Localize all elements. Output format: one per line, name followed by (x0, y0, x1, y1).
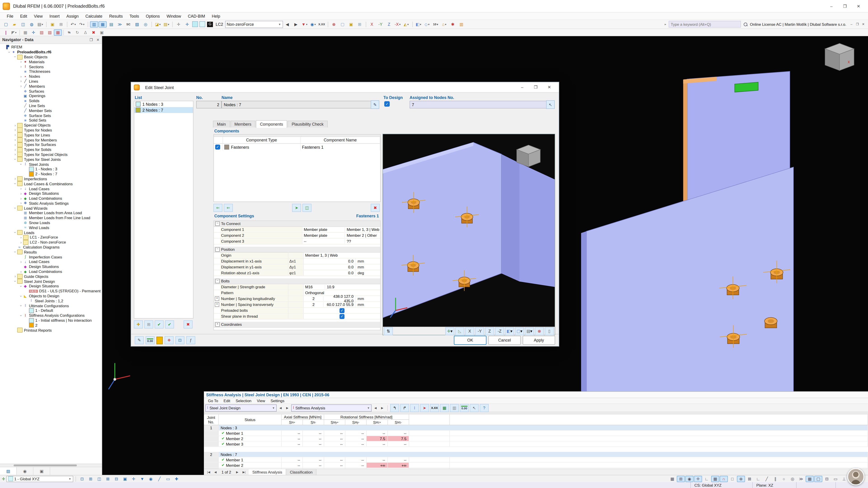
dialog-close-icon[interactable]: ✕ (542, 83, 556, 92)
tab-plausibility-check[interactable]: Plausibility Check (287, 121, 328, 127)
tree-item[interactable]: ≈Calculation Diagrams (0, 245, 102, 250)
view-z-icon[interactable]: Z (385, 21, 393, 27)
assigned-nodes-field[interactable]: 7 (410, 101, 550, 108)
settings-row[interactable]: OriginMember 1, 3 | Web (214, 253, 380, 258)
tree-expander-icon[interactable]: › (19, 192, 23, 196)
settings-group-header[interactable]: +Coordinates (214, 322, 380, 328)
edit-tool-icon[interactable]: ◉ (147, 476, 155, 482)
design-module-select[interactable]: Ⅰ Steel Joint Design▼ (205, 404, 277, 412)
edit-name-icon[interactable]: ✎ (371, 100, 379, 109)
edit-tool-icon[interactable]: ⊞ (87, 476, 95, 482)
member-row[interactable]: ✔Member 1------------ (204, 457, 868, 463)
tree-expander-icon[interactable]: › (19, 60, 23, 64)
module-next-icon[interactable]: ▶ (284, 404, 290, 411)
navigator-hscrollbar[interactable] (0, 464, 102, 467)
navigator-tab-data[interactable]: ▨ (0, 467, 17, 475)
edit-tool-icon[interactable]: ▭ (164, 476, 172, 482)
tree-expander-icon[interactable]: › (13, 148, 17, 152)
window-restore-icon[interactable]: ❐ (838, 2, 852, 10)
tree-item[interactable]: ›LC1 - ZeroForce (0, 235, 102, 240)
expander-icon[interactable]: + (215, 302, 219, 307)
tree-item[interactable]: 2 - Nodes : 7 (0, 171, 102, 176)
tree-expander-icon[interactable]: › (19, 304, 23, 308)
snap-option-icon[interactable]: ⊗ (737, 476, 745, 482)
tree-item[interactable]: ›✱Static Analysis Settings (0, 201, 102, 206)
joint-group-row[interactable]: 2Nodes : 7 (204, 452, 868, 457)
tree-item[interactable]: ◆Surface Sets (0, 113, 102, 118)
tree-item[interactable]: ■Solid Sets (0, 118, 102, 123)
menu-results[interactable]: Results (106, 13, 126, 19)
stiffness-diagram-icon[interactable]: Ⅰ (410, 404, 419, 412)
clipping-icon[interactable]: ◉▾ (309, 21, 317, 27)
select-in-table-icon[interactable]: ↖ (470, 404, 479, 412)
check-all-icon[interactable]: ✔ (155, 320, 164, 328)
table-icon[interactable]: ▤ (107, 21, 115, 27)
window-minimize-icon[interactable]: – (825, 2, 838, 10)
tree-expander-icon[interactable]: › (19, 65, 23, 69)
settings-group-header[interactable]: −Bolts (214, 278, 380, 284)
tree-item[interactable]: ›Types for Lines (0, 133, 102, 138)
dialog-minimize-icon[interactable]: – (515, 83, 529, 92)
component-checkbox[interactable]: ✓ (215, 144, 220, 150)
tree-expander-icon[interactable]: › (19, 313, 23, 318)
view-minus-x-icon[interactable]: -X▾ (394, 21, 402, 27)
settings-group-header[interactable]: −To Connect (214, 221, 380, 227)
tree-item[interactable]: ›●Materials (0, 59, 102, 64)
export-component-icon[interactable]: ➤ (292, 204, 301, 212)
navigation-cube[interactable] (517, 145, 540, 167)
previous-result-icon[interactable]: ↰ (390, 404, 399, 412)
zoom-cancel-icon[interactable]: ⊗ (330, 21, 338, 27)
display-properties-icon[interactable]: ❖ (164, 336, 174, 344)
snap-option-icon[interactable]: ◎ (788, 476, 797, 482)
edit-tool-icon[interactable]: ✚ (173, 476, 181, 482)
new-joint-icon[interactable]: ✚ (134, 320, 143, 328)
menu-view[interactable]: View (31, 13, 46, 19)
check-sync-icon[interactable]: ✔ (165, 320, 174, 328)
menu-cadbim[interactable]: CAD-BIM (185, 13, 208, 19)
search-icon[interactable] (743, 22, 748, 26)
tree-item[interactable]: ›Loads (0, 230, 102, 235)
tree-expander-icon[interactable]: › (13, 143, 17, 147)
tree-item[interactable]: ›ⅠSections (0, 64, 102, 69)
tree-item[interactable]: 1 - Nodes : 3 (0, 167, 102, 172)
settings-row[interactable]: Component 3--?? (214, 238, 380, 245)
new-model-icon[interactable]: ▢ (2, 21, 10, 27)
box-add-icon[interactable]: ⊞ (355, 21, 364, 27)
print-view-icon[interactable]: ▤▾ (525, 327, 534, 335)
tree-expander-icon[interactable]: › (19, 235, 23, 239)
tree-expander-icon[interactable]: › (19, 162, 23, 166)
snap-option-icon[interactable]: ∟ (754, 476, 762, 482)
tree-expander-icon[interactable]: › (13, 123, 17, 127)
tree-item[interactable]: ›Steel Joint Design (0, 279, 102, 284)
menu-tools[interactable]: Tools (126, 13, 142, 19)
redo-icon[interactable]: ↷▾ (78, 21, 86, 27)
expander-icon[interactable]: − (215, 221, 220, 226)
settings-row[interactable]: Diameter | Strength gradeM1610.9 (214, 284, 380, 290)
settings-row[interactable]: Rotation about z1-axisφz10.0deg (214, 270, 380, 276)
tree-expander-icon[interactable]: › (13, 138, 17, 142)
tree-expander-icon[interactable]: › (19, 240, 23, 245)
values-icon[interactable]: X.XX (318, 21, 326, 27)
tree-item[interactable]: ›•Nodes (0, 74, 102, 79)
tree-item[interactable]: ›✦PreloadedBolts.rf6 (0, 50, 102, 55)
tree-item[interactable]: ■Thicknesses (0, 69, 102, 74)
rotate-plane-icon[interactable]: ↻ (73, 29, 81, 35)
tree-item[interactable]: 2 (0, 323, 102, 328)
values-display-icon[interactable]: X.XX (430, 404, 439, 412)
tree-expander-icon[interactable]: › (19, 196, 23, 200)
navigator-float-icon[interactable]: ❐ (90, 38, 93, 42)
color-swatch-icon[interactable] (156, 336, 163, 344)
tree-expander-icon[interactable]: › (13, 279, 17, 283)
tree-expander-icon[interactable]: › (19, 79, 23, 84)
tree-item[interactable]: ›Basic Objects (0, 55, 102, 59)
snap-option-icon[interactable]: □ (728, 476, 737, 482)
select-arrow-icon[interactable]: ◤▾ (10, 29, 18, 35)
panel-toggle-icon[interactable]: ▯ (545, 327, 554, 335)
tree-expander-icon[interactable]: › (19, 187, 23, 191)
duplicate-icon[interactable]: ⊞ (57, 21, 65, 27)
snap-option-icon[interactable]: ▦ (668, 476, 676, 482)
work-plane-xy-icon[interactable]: ▨ (37, 29, 46, 35)
tree-item[interactable]: ›ⅠUltimate Configurations (0, 303, 102, 308)
menu-assign[interactable]: Assign (63, 13, 82, 19)
comment-icon[interactable]: ✎ (135, 336, 144, 344)
